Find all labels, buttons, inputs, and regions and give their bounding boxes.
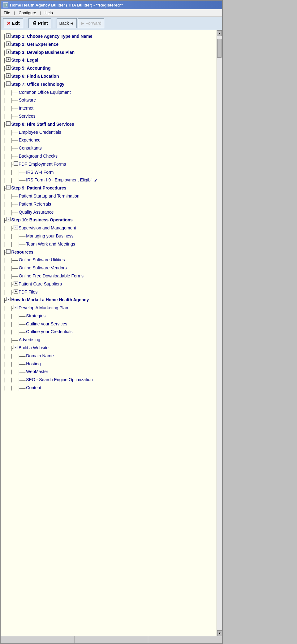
collapse-icon-step9[interactable]: -	[6, 185, 11, 189]
tree-item-step5[interactable]: ├+ Step 5: Accounting	[3, 65, 215, 73]
tree-connector-step7-svc: ├──	[10, 113, 18, 121]
tree-item-step7-inet[interactable]: │ ├── Internet	[3, 105, 215, 113]
collapse-icon-step8-pdf[interactable]: -	[14, 161, 18, 166]
tree-item-res-forms[interactable]: │ ├── Online Free Downloadable Forms	[3, 272, 215, 281]
back-button[interactable]: Back ◄	[57, 18, 77, 28]
tree-prefix-market-web: │	[3, 345, 10, 352]
tree-item-res-vendor[interactable]: │ ├── Online Software Vendors	[3, 264, 215, 272]
tree-label-market-svc: Outline your Services	[26, 320, 67, 328]
expand-icon-step3[interactable]: +	[6, 50, 11, 54]
tree-item-step9-start[interactable]: │ ├── Patient Startup and Termination	[3, 193, 215, 201]
collapse-icon-market-plan[interactable]: -	[14, 305, 18, 309]
tree-item-step8-pdf[interactable]: │ ├- PDF Employment Forms	[3, 161, 215, 169]
tree-prefix-step9-ref: │	[3, 201, 10, 208]
tree-item-market-strat[interactable]: │ │ ├── Strategies	[3, 312, 215, 320]
tree-connector-step8-exp: ├──	[10, 137, 18, 145]
tree-item-step10-sup[interactable]: │ ├- Supervision and Management	[3, 224, 215, 233]
tree-item-market-cred[interactable]: │ │ ├── Outline your Credentials	[3, 328, 215, 336]
collapse-icon-step10-sup[interactable]: -	[14, 225, 18, 229]
collapse-icon-step10[interactable]: -	[6, 217, 11, 221]
tree-item-res-pdf[interactable]: │ ├+ PDF Files	[3, 289, 215, 297]
tree-prefix-market-svc: │ │	[3, 321, 18, 328]
tree-item-step8-exp[interactable]: │ ├── Experience	[3, 137, 215, 145]
expand-icon-step2[interactable]: +	[6, 41, 11, 46]
tree-item-step6[interactable]: ├+ Step 6: Find a Location	[3, 73, 215, 81]
tree-prefix-step8-bg: │	[3, 153, 10, 160]
expand-icon-step6[interactable]: +	[6, 73, 11, 78]
tree-item-step10[interactable]: ├- Step 10: Business Operations	[3, 216, 215, 224]
tree-item-resources[interactable]: ├- Resources	[3, 249, 215, 257]
scrollbar-up-button[interactable]: ▲	[217, 30, 222, 36]
tree-label-step8-exp: Experience	[19, 137, 41, 144]
tree-item-step7-equip[interactable]: │ ├── Common Office Equipment	[3, 89, 215, 97]
tree-item-step8-cons[interactable]: │ ├── Consultants	[3, 145, 215, 153]
tree-item-step8-i9[interactable]: │ │ ├── IRS Form I-9 - Employment Eligib…	[3, 176, 215, 185]
expand-icon-res-pdf[interactable]: +	[14, 289, 18, 294]
tree-connector-res-forms: ├──	[10, 273, 18, 281]
exit-icon: ✕	[6, 20, 11, 26]
scrollbar-down-button[interactable]: ▼	[217, 630, 222, 636]
tree-item-market-svc[interactable]: │ │ ├── Outline your Services	[3, 320, 215, 329]
menu-configure[interactable]: Configure	[17, 10, 38, 16]
print-button[interactable]: 🖨 Print	[28, 18, 51, 28]
tree-item-market-plan[interactable]: │ ├- Develop A Marketing Plan	[3, 304, 215, 312]
collapse-icon-market[interactable]: -	[6, 297, 11, 301]
expand-icon-step1[interactable]: +	[6, 33, 11, 38]
tree-item-step8-cred[interactable]: │ ├── Employee Credentials	[3, 129, 215, 137]
menu-file[interactable]: File	[2, 10, 12, 16]
tree-item-market-adv[interactable]: │ ├── Advertising	[3, 336, 215, 344]
collapse-icon-step8[interactable]: -	[6, 121, 11, 126]
tree-item-market-seo[interactable]: │ │ ├── SEO - Search Engine Optimization	[3, 376, 215, 384]
tree-item-step4[interactable]: ├+ Step 4: Legal	[3, 57, 215, 65]
menu-help[interactable]: Help	[43, 10, 55, 16]
exit-button[interactable]: ✕ Exit	[3, 18, 23, 28]
tree-item-market-wm[interactable]: │ │ ├── WebMaster	[3, 368, 215, 376]
tree-item-step7[interactable]: ├- Step 7: Office Technology	[3, 81, 215, 89]
collapse-icon-resources[interactable]: -	[6, 249, 11, 254]
tree-item-step8[interactable]: ├- Step 8: Hire Staff and Services	[3, 121, 215, 129]
content-area[interactable]: ├+ Step 1: Choose Agency Type and Name├+…	[1, 30, 222, 636]
tree-item-market-host[interactable]: │ │ ├── Hosting	[3, 360, 215, 368]
tree-item-market-domain[interactable]: │ │ ├── Domain Name	[3, 352, 215, 360]
tree-item-step9[interactable]: ├- Step 9: Patient Procedures	[3, 185, 215, 193]
tree-item-step1[interactable]: ├+ Step 1: Choose Agency Type and Name	[3, 33, 215, 41]
tree-connector-market-web: ├	[10, 345, 13, 352]
tree-item-step10-mgmt[interactable]: │ │ ├── Managing your Business	[3, 233, 215, 241]
collapse-icon-step7[interactable]: -	[6, 81, 11, 86]
tree-item-step9-ref[interactable]: │ ├── Patient Referrals	[3, 201, 215, 209]
tree-item-market-content[interactable]: │ │ ├── Content	[3, 384, 215, 392]
tree-connector-step6: ├	[3, 73, 6, 81]
tree-item-step10-team[interactable]: │ │ ├── Team Work and Meetings	[3, 241, 215, 249]
tree-item-step9-qa[interactable]: │ ├── Quality Assurance	[3, 209, 215, 217]
toolbar: ✕ Exit 🖨 Print Back ◄ ► Forward	[1, 17, 222, 30]
tree-connector-market-strat: ├──	[18, 313, 25, 320]
tree-item-step7-sw[interactable]: │ ├── Software	[3, 97, 215, 105]
tree-connector-step10-mgmt: ├──	[18, 233, 25, 241]
tree-connector-step4: ├	[3, 57, 6, 65]
tree-connector-step2: ├	[3, 41, 6, 49]
tree-item-res-sw[interactable]: │ ├── Online Software Utilities	[3, 256, 215, 264]
tree-label-res-suppliers: Patient Care Suppliers	[19, 281, 62, 288]
forward-label: Forward	[85, 21, 101, 26]
scrollbar[interactable]: ▲ ▼	[217, 30, 222, 636]
forward-button[interactable]: ► Forward	[78, 18, 104, 28]
tree-item-market[interactable]: ├- How to Market a Home Health Agency	[3, 296, 215, 304]
tree-connector-step9-qa: ├──	[10, 209, 18, 217]
tree-item-step7-svc[interactable]: │ ├── Services	[3, 113, 215, 121]
expand-icon-step4[interactable]: +	[6, 57, 11, 62]
tree-label-step6: Step 6: Find a Location	[11, 73, 59, 80]
expand-icon-step5[interactable]: +	[6, 65, 11, 70]
expand-icon-res-suppliers[interactable]: +	[14, 281, 18, 285]
status-segment-1	[1, 636, 75, 643]
tree-item-step8-w4[interactable]: │ │ ├── IRS W-4 Form	[3, 169, 215, 177]
tree-item-res-suppliers[interactable]: │ ├+ Patient Care Suppliers	[3, 281, 215, 289]
collapse-icon-market-web[interactable]: -	[14, 345, 18, 349]
tree-item-step8-bg[interactable]: │ ├── Background Checks	[3, 153, 215, 161]
tree-item-step2[interactable]: ├+ Step 2: Get Experience	[3, 41, 215, 49]
tree-connector-res-sw: ├──	[10, 257, 18, 264]
tree-label-step9: Step 9: Patient Procedures	[11, 185, 66, 192]
tree-item-step3[interactable]: ├+ Step 3: Develop Business Plan	[3, 49, 215, 57]
scrollbar-thumb[interactable]	[217, 39, 222, 58]
tree-connector-step8-cred: ├──	[10, 129, 18, 137]
tree-item-market-web[interactable]: │ ├- Build a Website	[3, 344, 215, 352]
